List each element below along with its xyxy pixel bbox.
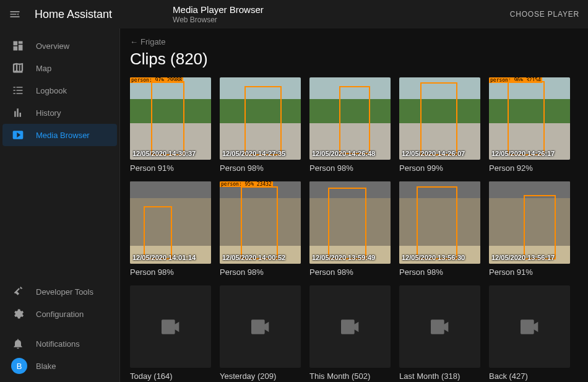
video-icon — [517, 315, 542, 339]
sidebar-item-label: Blake — [36, 362, 56, 371]
clip-thumbnail: 12/05/2020 14:01:14 — [130, 181, 211, 264]
app-title: Home Assistant — [35, 8, 112, 21]
clip-timestamp: 12/05/2020 14:30:37 — [132, 150, 209, 157]
clip-item[interactable]: 12/05/2020 14:01:14 Person 98% — [130, 181, 211, 277]
arrow-left-icon: ← — [130, 37, 138, 46]
video-icon — [338, 315, 363, 339]
clip-label: Person 98% — [130, 267, 211, 277]
sidebar-item-developer-tools[interactable]: Developer Tools — [2, 280, 117, 303]
breadcrumb-label: Frigate — [141, 37, 165, 46]
clip-item[interactable]: person: 95% 23432 12/05/2020 14:00:52 Pe… — [220, 181, 301, 277]
clip-thumbnail: 12/05/2020 13:56:17 — [489, 181, 570, 264]
clip-thumbnail: person: 95% 23432 12/05/2020 14:00:52 — [220, 181, 301, 264]
logbook-icon — [11, 84, 25, 97]
clip-thumbnail: person: 96% 32154 12/05/2020 14:26:17 — [489, 77, 570, 160]
menu-icon — [9, 8, 21, 20]
clip-thumbnail: 12/05/2020 14:27:35 — [220, 77, 301, 160]
clip-thumbnail: 12/05/2020 14:26:07 — [399, 77, 480, 160]
video-icon — [428, 315, 452, 339]
folder-thumbnail — [309, 285, 391, 368]
sidebar-item-notifications[interactable]: Notifications — [2, 332, 117, 355]
clip-item[interactable]: person: 97% 29988 12/05/2020 14:30:37 Pe… — [130, 77, 211, 173]
clip-label: Person 99% — [399, 163, 480, 173]
media-browser-icon — [11, 128, 25, 142]
folder-label: Today (164) — [130, 371, 211, 381]
sidebar-item-label: Developer Tools — [36, 287, 93, 297]
clip-timestamp: 12/05/2020 13:59:49 — [312, 254, 388, 261]
sidebar-item-label: History — [36, 108, 61, 118]
folder-item[interactable]: Today (164) — [130, 285, 211, 381]
clip-label: Person 98% — [309, 267, 391, 277]
menu-toggle-button[interactable] — [6, 6, 24, 23]
folder-label: Back (427) — [489, 371, 570, 381]
clip-label: Person 91% — [489, 267, 570, 277]
clip-item[interactable]: 12/05/2020 13:59:49 Person 98% — [309, 181, 391, 277]
clip-timestamp: 12/05/2020 14:01:14 — [132, 254, 209, 261]
sidebar-item-history[interactable]: History — [2, 102, 117, 124]
sidebar-item-label: Overview — [36, 41, 69, 51]
topbar: Home Assistant Media Player Browser Web … — [0, 0, 588, 28]
clip-item[interactable]: 12/05/2020 13:56:30 Person 98% — [399, 181, 480, 277]
folder-label: Last Month (318) — [399, 371, 480, 381]
dev-tools-icon — [11, 285, 25, 298]
clip-label: Person 98% — [309, 163, 391, 173]
page-title: Media Player Browser — [173, 4, 264, 15]
clip-timestamp: 12/05/2020 14:26:07 — [402, 150, 478, 157]
map-icon — [11, 61, 25, 75]
clip-thumbnail: 12/05/2020 13:56:30 — [399, 181, 480, 264]
folder-thumbnail — [220, 285, 301, 368]
clip-thumbnail: person: 97% 29988 12/05/2020 14:30:37 — [130, 77, 211, 160]
sidebar-item-configuration[interactable]: Configuration — [2, 303, 117, 325]
clip-timestamp: 12/05/2020 14:26:48 — [312, 150, 388, 157]
avatar: B — [11, 358, 27, 374]
folder-item[interactable]: Back (427) — [489, 285, 570, 381]
video-icon — [158, 315, 183, 339]
video-icon — [248, 315, 273, 339]
clip-label: Person 98% — [399, 267, 480, 277]
sidebar-item-label: Logbook — [36, 86, 67, 95]
sidebar-item-label: Configuration — [36, 310, 84, 319]
folder-thumbnail — [399, 285, 480, 368]
folder-label: Yesterday (209) — [220, 371, 301, 381]
sidebar-item-label: Map — [36, 64, 51, 73]
history-icon — [11, 106, 25, 119]
clip-item[interactable]: 12/05/2020 14:26:07 Person 99% — [399, 77, 480, 173]
folder-thumbnail — [489, 285, 570, 368]
clip-label: Person 91% — [130, 163, 211, 173]
clip-label: Person 92% — [489, 163, 570, 173]
clip-timestamp: 12/05/2020 13:56:30 — [402, 254, 478, 261]
clip-item[interactable]: 12/05/2020 14:26:48 Person 98% — [309, 77, 391, 173]
main-content: ← Frigate Clips (820) person: 97% 29988 … — [120, 28, 588, 382]
content-title: Clips (820) — [130, 50, 578, 69]
overview-icon — [11, 39, 25, 53]
clip-label: Person 98% — [220, 163, 301, 173]
page-subtitle: Web Browser — [173, 15, 264, 24]
sidebar-item-label: Media Browser — [36, 131, 90, 140]
breadcrumb-back[interactable]: ← Frigate — [130, 37, 165, 46]
folder-item[interactable]: Yesterday (209) — [220, 285, 301, 381]
sidebar-item-map[interactable]: Map — [2, 57, 117, 79]
folder-item[interactable]: This Month (502) — [309, 285, 391, 381]
sidebar-item-blake[interactable]: BBlake — [2, 355, 117, 377]
clip-item[interactable]: 12/05/2020 14:27:35 Person 98% — [220, 77, 301, 173]
sidebar-item-overview[interactable]: Overview — [2, 35, 117, 57]
clip-item[interactable]: person: 96% 32154 12/05/2020 14:26:17 Pe… — [489, 77, 570, 173]
folder-label: This Month (502) — [309, 371, 391, 381]
clip-timestamp: 12/05/2020 14:27:35 — [222, 150, 298, 157]
sidebar-item-logbook[interactable]: Logbook — [2, 79, 117, 102]
clip-thumbnail: 12/05/2020 13:59:49 — [309, 181, 391, 264]
clip-item[interactable]: 12/05/2020 13:56:17 Person 91% — [489, 181, 570, 277]
sidebar-item-label: Notifications — [36, 339, 80, 349]
clip-label: Person 98% — [220, 267, 301, 277]
clip-thumbnail: 12/05/2020 14:26:48 — [309, 77, 391, 160]
choose-player-button[interactable]: CHOOSE PLAYER — [510, 10, 579, 19]
folder-thumbnail — [130, 285, 211, 368]
notifications-icon — [11, 337, 25, 350]
configuration-icon — [11, 307, 25, 321]
sidebar-item-media-browser[interactable]: Media Browser — [2, 124, 117, 146]
sidebar: OverviewMapLogbookHistoryMedia Browser D… — [0, 28, 120, 382]
folder-item[interactable]: Last Month (318) — [399, 285, 480, 381]
clip-timestamp: 12/05/2020 13:56:17 — [491, 254, 568, 261]
clip-timestamp: 12/05/2020 14:00:52 — [222, 254, 298, 261]
clip-timestamp: 12/05/2020 14:26:17 — [491, 150, 568, 157]
